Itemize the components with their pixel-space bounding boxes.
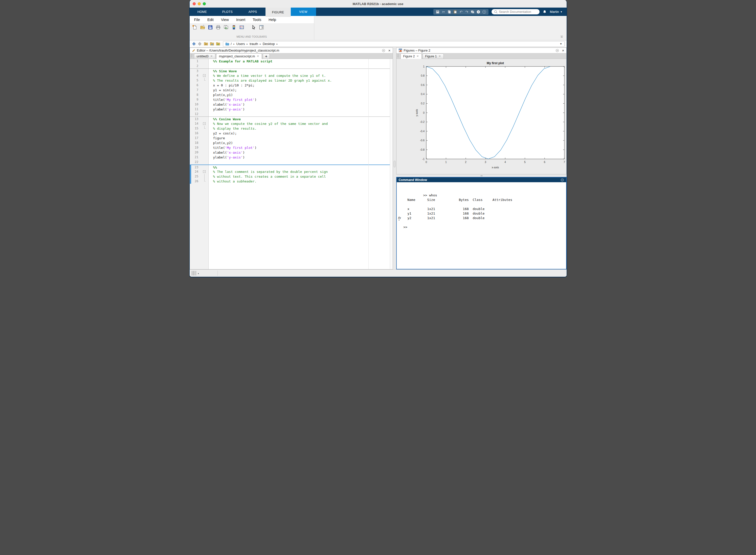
editor-message-strip[interactable] (390, 59, 393, 269)
editor-tab-untitled3[interactable]: untitled3✕ (194, 53, 215, 59)
close-panel-icon[interactable]: × (562, 49, 564, 52)
cursor-icon[interactable] (251, 25, 256, 30)
close-panel-icon[interactable]: × (388, 49, 391, 52)
fold-toggle-icon[interactable] (203, 170, 206, 173)
fold-column (201, 155, 209, 160)
line-number: 23 (190, 165, 201, 169)
code-text: y2 = cos(x); (209, 131, 393, 136)
search-icon (494, 10, 498, 14)
menu-view[interactable]: View (221, 18, 229, 22)
quick-access-windows-icon[interactable] (471, 10, 475, 14)
close-window-button[interactable] (193, 2, 196, 5)
close-tab-icon[interactable]: ✕ (416, 54, 419, 58)
minimize-window-button[interactable] (198, 2, 201, 5)
close-tab-icon[interactable]: ✕ (438, 54, 441, 58)
menu-file[interactable]: File (194, 18, 200, 22)
menu-edit[interactable]: Edit (207, 18, 214, 22)
tab-label: Figure 1 (425, 54, 437, 58)
quick-access-copy-icon[interactable] (447, 10, 451, 14)
breadcrumb-separator-icon: ▸ (276, 43, 278, 45)
vertical-splitter[interactable] (393, 47, 396, 269)
splitter-handle[interactable] (394, 161, 395, 167)
tabbar-grip[interactable] (397, 54, 399, 58)
up-one-level-folder-icon[interactable] (204, 42, 208, 46)
zoom-window-button[interactable] (203, 2, 206, 5)
notifications-bell-icon[interactable] (543, 10, 547, 14)
save-icon[interactable] (208, 25, 213, 30)
back-icon[interactable] (192, 42, 196, 46)
fold-column (201, 145, 209, 150)
horizontal-splitter[interactable] (396, 174, 567, 177)
close-tab-icon[interactable]: ✕ (210, 54, 213, 58)
figure-tab-figure-2[interactable]: Figure 2✕ (400, 53, 422, 59)
menu-tools[interactable]: Tools (252, 18, 261, 22)
line-number: 19 (190, 145, 201, 150)
panel-actions-icon[interactable] (382, 49, 385, 52)
breadcrumb-segment[interactable]: trauth (249, 42, 258, 46)
open-icon[interactable] (200, 25, 205, 30)
fold-toggle-icon[interactable] (203, 122, 206, 125)
toolstrip-tab-home[interactable]: HOME (190, 8, 215, 16)
svg-text:My first plot: My first plot (487, 61, 504, 65)
quick-access-dropdown-icon[interactable] (482, 10, 486, 14)
quick-access-undo-icon[interactable]: ↶ (459, 10, 463, 14)
refresh-folder-icon[interactable] (216, 42, 220, 46)
splitter-handle[interactable] (480, 175, 483, 176)
command-window-input-area[interactable]: fx▾ >> whos Name Size Bytes Class Attrib… (397, 182, 566, 269)
menu-help[interactable]: Help (269, 18, 276, 22)
code-line: 14% Now we compute the cosine y2 of the … (190, 121, 393, 126)
breadcrumb-segment[interactable]: Users (236, 42, 245, 46)
toolstrip-tab-view[interactable]: VIEW (291, 8, 316, 16)
line-number: 5 (190, 78, 201, 83)
user-menu[interactable]: Martin ▼ (550, 10, 562, 14)
search-documentation-box[interactable]: Search Documentation (491, 9, 540, 14)
colormap-icon[interactable] (231, 25, 236, 30)
close-tab-icon[interactable]: ✕ (256, 54, 259, 58)
svg-text:?: ? (478, 11, 479, 13)
menu-insert[interactable]: Insert (236, 18, 245, 22)
tabbar-grip[interactable] (191, 54, 192, 58)
line-number: 10 (190, 102, 201, 107)
code-editor-area[interactable]: 1%% Example for a MATLAB script23%% Sine… (190, 59, 393, 269)
print-icon[interactable] (216, 25, 221, 30)
toolstrip-tab-apps[interactable]: APPS (240, 8, 266, 16)
editor-tab-myproject_classicscript-m[interactable]: myproject_classicscript.m✕ (216, 53, 262, 59)
quick-access-cut-icon[interactable]: ✂ (441, 10, 445, 14)
forward-icon[interactable] (198, 42, 202, 46)
collapse-ribbon-icon[interactable] (560, 35, 564, 39)
current-folder-path[interactable]: /▸Users▸trauth▸Desktop▸ ▼ (223, 41, 565, 47)
panel-actions-icon[interactable] (556, 49, 559, 52)
new-document-tab-button[interactable]: + (263, 53, 270, 59)
panel-actions-icon[interactable] (561, 178, 564, 182)
link-plot-icon[interactable] (224, 25, 229, 30)
tab-label: myproject_classicscript.m (219, 54, 255, 58)
breadcrumb-segment[interactable]: Desktop (263, 42, 275, 46)
quick-access-paste-icon[interactable] (453, 10, 457, 14)
quick-access-help-icon[interactable]: ? (476, 10, 480, 14)
status-expand-icon[interactable]: ▴ (198, 272, 199, 274)
new-file-icon[interactable] (192, 25, 197, 30)
quick-access-redo-icon[interactable]: ↷ (465, 10, 469, 14)
code-text: % without a subheader. (209, 179, 393, 184)
breadcrumb-segment[interactable]: / (231, 42, 232, 46)
code-text: ylabel('y-axis') (209, 107, 393, 112)
fold-toggle-icon[interactable] (203, 74, 206, 77)
quick-access-save-icon[interactable] (436, 10, 440, 14)
legend-icon[interactable] (239, 25, 244, 30)
figure-tab-figure-1[interactable]: Figure 1✕ (423, 53, 444, 59)
figures-title: Figures – Figure 2 (404, 48, 431, 52)
code-line: 12 (190, 112, 393, 117)
browse-folder-icon[interactable] (210, 42, 214, 46)
code-text: %% Example for a MATLAB script (209, 59, 393, 64)
figure-menu-bar: FileEditViewInsertToolsHelp (190, 16, 314, 23)
toolstrip-tab-plots[interactable]: PLOTS (215, 8, 240, 16)
chevron-down-icon: ▼ (560, 11, 563, 13)
fold-column (201, 140, 209, 145)
toolstrip-tabs: HOMEPLOTSAPPSFIGUREVIEW (190, 8, 316, 16)
path-dropdown-icon[interactable]: ▼ (560, 42, 562, 45)
breadcrumb: /▸Users▸trauth▸Desktop▸ (231, 42, 278, 46)
status-grip-icon[interactable] (192, 271, 196, 275)
inspector-icon[interactable] (259, 25, 264, 30)
toolstrip-tab-figure[interactable]: FIGURE (266, 8, 291, 17)
line-number: 17 (190, 136, 201, 140)
